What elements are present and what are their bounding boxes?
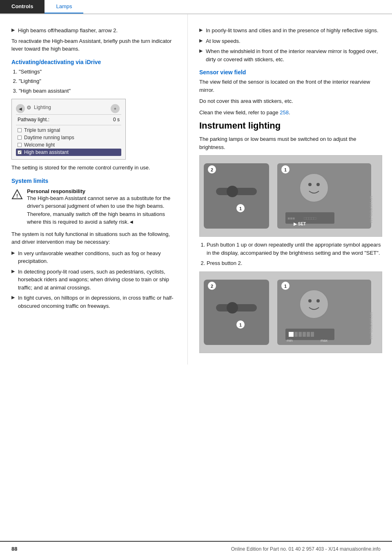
idrive-label-daytime: Daytime running lamps: [24, 135, 120, 140]
svg-point-11: [300, 173, 328, 202]
section-system-limits: System limits: [11, 178, 178, 184]
svg-point-30: [300, 290, 328, 318]
instrument-steps: Push button 1 up or down repeatedly unti…: [207, 241, 382, 267]
page-number: 88: [11, 546, 17, 552]
bullet-arrow-windshield: ▶: [199, 48, 203, 53]
svg-text:max: max: [321, 338, 328, 342]
diagram2-svg: 2 1 1: [200, 271, 382, 353]
right-column: ▶ In poorly-lit towns and cities and in …: [188, 14, 392, 365]
warning-box: ! Personal responsibility The High-beam …: [11, 188, 178, 226]
svg-rect-36: [289, 332, 294, 337]
footer-website: manualsonline.info: [340, 546, 381, 552]
footer-info: Online Edition for Part no. 01 40 2 957 …: [231, 546, 381, 552]
svg-rect-41: [311, 332, 314, 337]
bullet-arrow-icon: ▶: [11, 27, 15, 33]
bullet-text-weather: In very unfavorable weather conditions, …: [18, 249, 178, 265]
high-beams-text: High beams off/headlamp flasher, arrow 2…: [18, 27, 118, 35]
idrive-checkbox-highbeam: [18, 150, 22, 154]
sensor-text1: The view field of the sensor is located …: [199, 78, 382, 94]
step-high-beam: "High beam assistant": [19, 87, 178, 95]
diagram1-svg: 2 1 1: [200, 155, 382, 237]
bullet-low-speeds: ▶ At low speeds.: [199, 37, 382, 45]
idrive-title-text: Lighting: [34, 105, 51, 110]
bullet-text-curves: In tight curves, on hilltops or in depre…: [18, 294, 178, 310]
instrument-lighting-heading: Instrument lighting: [199, 120, 382, 131]
svg-text:□□□□□: □□□□□: [304, 216, 316, 220]
svg-point-9: [227, 186, 238, 197]
idrive-label-triple: Triple turn signal: [24, 127, 120, 133]
main-content: ▶ High beams off/headlamp flasher, arrow…: [0, 14, 392, 365]
bullet-arrow-poorly: ▶: [199, 27, 203, 33]
svg-text:MY10SRD0LAM: MY10SRD0LAM: [369, 312, 373, 339]
idrive-divider: [16, 114, 121, 115]
left-column: ▶ High beams off/headlamp flasher, arrow…: [0, 14, 188, 365]
idrive-pathway-row: Pathway light.: 0 s: [16, 116, 121, 123]
warning-body: The High-beam Assistant cannot serve as …: [27, 194, 178, 226]
system-intro-text: The system is not fully functional in si…: [11, 230, 178, 246]
tab-lamps[interactable]: Lamps: [45, 0, 83, 13]
bullet-arrow-speed: ▶: [199, 38, 203, 43]
sensor-text3-pre: Clean the view field, refer to page: [199, 109, 280, 116]
bullet-text-poorly: In poorly-lit towns and cities and in th…: [206, 27, 379, 35]
right-bullets-section: ▶ In poorly-lit towns and cities and in …: [199, 27, 382, 63]
svg-text:1: 1: [284, 284, 287, 289]
svg-text:1: 1: [284, 167, 287, 172]
bullet-text-windshield: When the windshield in front of the inte…: [206, 47, 382, 63]
page-footer: 88 Online Edition for Part no. 01 40 2 9…: [0, 541, 392, 556]
idrive-title-icon: ⚙: [27, 105, 31, 111]
sensor-text3-post: .: [289, 109, 290, 116]
sensor-page-link[interactable]: 258: [280, 109, 289, 116]
idrive-title: ⚙ Lighting: [27, 105, 51, 111]
idrive-option-triple: Triple turn signal: [16, 127, 121, 134]
svg-rect-38: [298, 332, 302, 337]
idrive-divider2: [16, 125, 121, 125]
section-sensor-heading: Sensor view field: [199, 69, 382, 76]
idrive-option-highbeam: High beam assistant: [16, 149, 121, 156]
bullet-windshield: ▶ When the windshield in front of the in…: [199, 47, 382, 63]
svg-rect-37: [294, 332, 298, 337]
idrive-label-highbeam: High beam assistant: [24, 149, 120, 155]
svg-text:■■■: ■■■: [287, 216, 295, 220]
bullet-text-speed: At low speeds.: [206, 37, 241, 45]
idrive-screenshot: ◀ ⚙ Lighting + Pathway light.: 0 s: [11, 99, 126, 160]
instrument-step2: Press button 2.: [207, 259, 382, 267]
idrive-checkbox-daytime: [18, 136, 22, 140]
pathway-label: Pathway light.:: [18, 117, 49, 122]
svg-text:min: min: [287, 338, 293, 342]
warning-content: Personal responsibility The High-beam As…: [27, 188, 178, 226]
svg-point-28: [227, 302, 238, 314]
bullet-weather: ▶ In very unfavorable weather conditions…: [11, 249, 178, 265]
online-edition-text: Online Edition for Part no. 01 40 2 957 …: [231, 546, 339, 552]
svg-point-32: [316, 299, 320, 302]
svg-rect-39: [303, 332, 306, 337]
reactivate-paragraph: To reactivate the High-beam Assistant, b…: [11, 37, 178, 53]
bullet-arrow-weather: ▶: [11, 250, 15, 256]
bullet-poorly-lit: ▶ In poorly-lit towns and cities and in …: [199, 27, 382, 35]
instrument-diagram-1: 2 1 1: [199, 155, 382, 237]
idrive-checkbox-triple: [18, 128, 22, 132]
tab-controls[interactable]: Controls: [0, 0, 45, 13]
pathway-value: 0 s: [113, 117, 120, 122]
svg-text:2: 2: [211, 284, 213, 289]
bullet-arrow-road: ▶: [11, 269, 15, 274]
bullet-curves: ▶ In tight curves, on hilltops or in dep…: [11, 294, 178, 310]
bullet-high-beams: ▶ High beams off/headlamp flasher, arrow…: [11, 27, 178, 35]
warning-triangle-icon: !: [11, 189, 23, 200]
sensor-text2: Do not cover this area with stickers, et…: [199, 97, 382, 105]
bullet-text-road: In detecting poorly-lit road users, such…: [18, 268, 178, 292]
svg-text:2: 2: [211, 167, 213, 172]
instrument-intro: The parking lamps or low beams must be s…: [199, 135, 382, 151]
step-settings: "Settings": [19, 68, 178, 76]
svg-text:!: !: [16, 193, 18, 199]
idrive-nav-btn: ◀: [16, 104, 25, 113]
sensor-text3: Clean the view field, refer to page 258.: [199, 109, 382, 117]
idrive-nav: ◀ ⚙ Lighting +: [16, 104, 121, 113]
svg-text:1: 1: [239, 206, 242, 211]
instrument-step1: Push button 1 up or down repeatedly unti…: [207, 241, 382, 257]
instrument-diagram-2: 2 1 1: [199, 271, 382, 353]
section-idrive-heading: Activating/deactivating via iDrive: [11, 59, 178, 65]
svg-point-13: [316, 183, 320, 186]
step-lighting: "Lighting": [19, 77, 178, 85]
svg-point-31: [308, 299, 312, 302]
idrive-label-welcome: Welcome light: [24, 142, 120, 148]
